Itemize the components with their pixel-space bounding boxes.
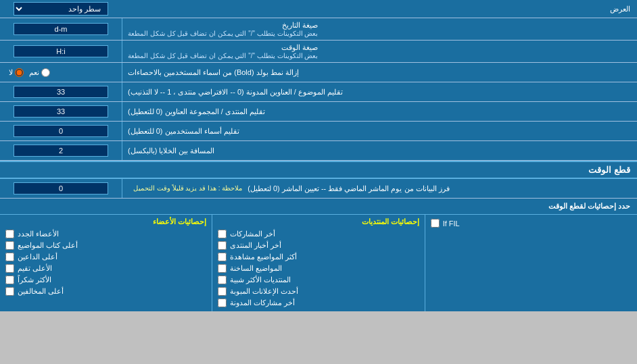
trim-forum-input[interactable] (14, 105, 108, 118)
top-rated-checkbox[interactable] (5, 264, 14, 273)
cutoff-note: ملاحظة : هذا قد يزيد قليلاً وقت التحميل (128, 183, 247, 194)
checkbox-hot-topics: المواضيع الساخنة (218, 263, 419, 274)
last-posts-checkbox[interactable] (218, 230, 227, 238)
cutoff-input-wrapper (0, 179, 122, 198)
trim-topic-row: تقليم الموضوع / العناوين المدونة (0 -- ا… (0, 82, 637, 102)
limit-row: حدد إحصائيات لقطع الوقت (0, 199, 637, 215)
cutoff-row: فرز البيانات من يوم الماشر الماضي فقط --… (0, 179, 637, 199)
cutoff-section-header: قطع الوقت (0, 161, 637, 179)
checkbox-blog-posts: أخر مشاركات المدونة (218, 297, 419, 309)
date-format-input[interactable] (14, 23, 108, 35)
checkbox-most-viewed: أكثر المواضيع مشاهدة (218, 251, 419, 263)
checkbox-similar-forums: المنتديات الأكثر شبية (218, 274, 419, 286)
classified-ads-text: أحدث الإعلانات المبوبة (230, 287, 298, 296)
checkbox-last-posts: أخر المشاركات (218, 228, 419, 240)
time-format-input[interactable] (14, 45, 108, 57)
forum-news-text: أخر أخبار المنتدى (230, 241, 281, 250)
blog-posts-text: أخر مشاركات المدونة (230, 298, 295, 307)
cutoff-input[interactable] (14, 182, 108, 194)
forum-news-checkbox[interactable] (218, 241, 227, 250)
time-format-sublabel: بعض التكوينات يتطلب "/" التي يمكن ان تضا… (128, 52, 318, 59)
classified-ads-checkbox[interactable] (218, 287, 227, 296)
top-rated-text: الأعلى تقيم (18, 264, 52, 273)
most-viewed-checkbox[interactable] (218, 253, 227, 261)
checkbox-classified-ads: أحدث الإعلانات المبوبة (218, 286, 419, 297)
limit-label: حدد إحصائيات لقطع الوقت (548, 202, 630, 210)
bold-no-text: لا (9, 68, 13, 77)
checkbox-top-inviters: أعلى الداعين (5, 251, 206, 263)
time-format-label: صيغة الوقت بعض التكوينات يتطلب "/" التي … (122, 41, 637, 62)
bold-radio-wrapper: نعم لا (0, 63, 122, 82)
top-posters-text: أعلى كتاب المواضيع (18, 241, 78, 250)
new-members-checkbox[interactable] (5, 230, 14, 238)
checkbox-new-members: الأعضاء الجدد (5, 228, 206, 240)
top-inviters-text: أعلى الداعين (18, 253, 57, 261)
time-format-row: صيغة الوقت بعض التكوينات يتطلب "/" التي … (0, 41, 637, 63)
display-label: العرض (122, 2, 637, 16)
bold-yes-label[interactable]: نعم (29, 68, 50, 77)
checkbox-top-violators: أعلى المخالفين (5, 286, 206, 297)
trim-forum-label: تقليم المنتدى / المجموعة العناوين (0 للت… (122, 102, 637, 121)
checkboxes-col-members: إحصائيات الأعضاء الأعضاء الجدد أعلى كتاب… (0, 215, 212, 311)
date-format-input-wrapper (0, 18, 122, 40)
checkbox-top-posters: أعلى كتاب المواضيع (5, 240, 206, 251)
checkbox-if-fil: If FIL (431, 217, 632, 229)
bold-label: إزالة نمط بولد (Bold) من اسماء المستخدمي… (122, 63, 637, 82)
blog-posts-checkbox[interactable] (218, 298, 227, 307)
checkboxes-col-forums: إحصائيات المنتديات أخر المشاركات أخر أخب… (212, 215, 424, 311)
bold-row: إزالة نمط بولد (Bold) من اسماء المستخدمي… (0, 63, 637, 82)
checkboxes-area: If FIL إحصائيات المنتديات أخر المشاركات … (0, 215, 637, 311)
trim-users-label: تقليم أسماء المستخدمين (0 للتعطيل) (122, 122, 637, 140)
cutoff-label: فرز البيانات من يوم الماشر الماضي فقط --… (122, 179, 637, 198)
cutoff-section-title: قطع الوقت (588, 165, 630, 175)
most-thanks-checkbox[interactable] (5, 276, 14, 284)
cell-spacing-input[interactable] (14, 145, 108, 157)
col1-title: إحصائيات الأعضاء (5, 217, 206, 228)
checkbox-forum-news: أخر أخبار المنتدى (218, 240, 419, 251)
trim-forum-input-wrapper (0, 102, 122, 121)
checkbox-top-rated: الأعلى تقيم (5, 263, 206, 274)
cutoff-main-text: فرز البيانات من يوم الماشر الماضي فقط --… (247, 184, 449, 193)
trim-users-input[interactable] (14, 125, 108, 137)
date-format-text: صيغة التاريخ بعض التكوينات يتطلب "/" الت… (128, 21, 318, 37)
cell-spacing-input-wrapper (0, 141, 122, 160)
similar-forums-checkbox[interactable] (218, 276, 227, 284)
top-posters-checkbox[interactable] (5, 241, 14, 250)
top-violators-text: أعلى المخالفين (18, 287, 64, 296)
time-format-input-wrapper (0, 41, 122, 62)
hot-topics-text: المواضيع الساخنة (230, 264, 282, 273)
cell-spacing-label: المسافة بين الخلايا (بالبكسل) (122, 141, 637, 160)
cell-spacing-row: المسافة بين الخلايا (بالبكسل) (0, 141, 637, 161)
trim-topic-label: تقليم الموضوع / العناوين المدونة (0 -- ا… (122, 82, 637, 101)
if-fil-text: If FIL (443, 219, 460, 228)
bold-radio-group: نعم لا (3, 66, 118, 80)
bold-yes-text: نعم (29, 68, 39, 77)
time-format-text: صيغة الوقت بعض التكوينات يتطلب "/" التي … (128, 43, 318, 59)
checkboxes-col-empty: If FIL (425, 215, 637, 311)
last-posts-text: أخر المشاركات (230, 230, 275, 238)
most-viewed-text: أكثر المواضيع مشاهدة (230, 253, 297, 261)
date-format-sublabel: بعض التكوينات يتطلب "/" التي يمكن ان تضا… (128, 30, 318, 37)
top-violators-checkbox[interactable] (5, 287, 14, 296)
display-row: العرض سطر واحد سطرين ثلاثة أسطر (0, 0, 637, 18)
similar-forums-text: المنتديات الأكثر شبية (230, 276, 291, 284)
trim-topic-input-wrapper (0, 82, 122, 101)
most-thanks-text: الأكثر شكراً (18, 276, 51, 284)
date-format-row: صيغة التاريخ بعض التكوينات يتطلب "/" الت… (0, 18, 637, 41)
if-fil-checkbox[interactable] (431, 219, 440, 228)
top-inviters-checkbox[interactable] (5, 253, 14, 261)
bold-no-label[interactable]: لا (9, 68, 24, 77)
new-members-text: الأعضاء الجدد (18, 230, 59, 238)
trim-users-row: تقليم أسماء المستخدمين (0 للتعطيل) (0, 122, 637, 141)
hot-topics-checkbox[interactable] (218, 264, 227, 273)
date-format-label: صيغة التاريخ بعض التكوينات يتطلب "/" الت… (122, 18, 637, 40)
main-container: العرض سطر واحد سطرين ثلاثة أسطر صيغة الت… (0, 0, 637, 311)
display-select[interactable]: سطر واحد سطرين ثلاثة أسطر (14, 2, 108, 16)
display-select-wrapper: سطر واحد سطرين ثلاثة أسطر (0, 0, 122, 18)
trim-users-input-wrapper (0, 122, 122, 140)
col2-title: إحصائيات المنتديات (218, 217, 419, 228)
trim-forum-row: تقليم المنتدى / المجموعة العناوين (0 للت… (0, 102, 637, 122)
trim-topic-input[interactable] (14, 86, 108, 98)
bold-yes-radio[interactable] (41, 68, 50, 77)
bold-no-radio[interactable] (15, 68, 24, 77)
